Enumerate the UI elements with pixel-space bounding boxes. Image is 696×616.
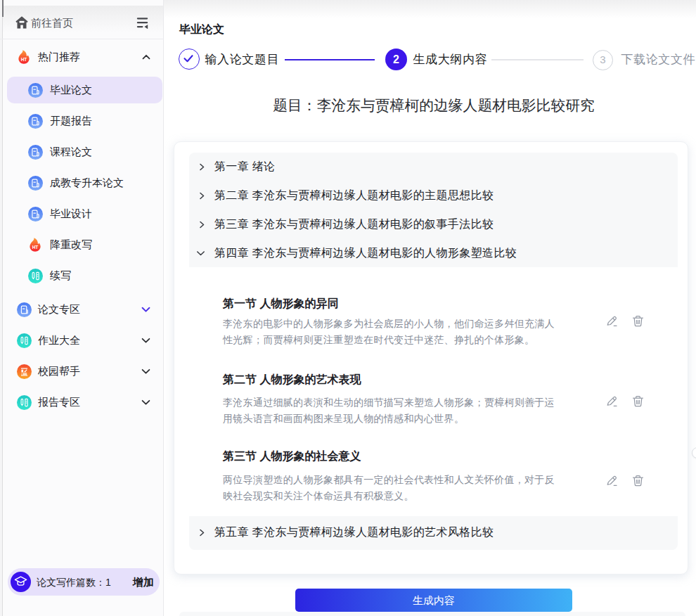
svg-text:HT: HT bbox=[32, 245, 39, 250]
svg-text:HT: HT bbox=[21, 57, 27, 62]
